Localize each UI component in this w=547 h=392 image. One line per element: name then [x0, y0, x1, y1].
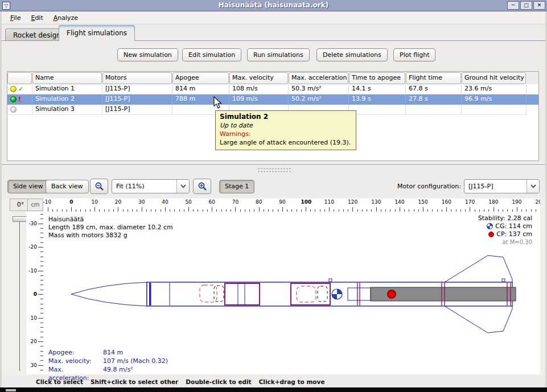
check-icon: ✓ — [18, 85, 23, 93]
chevron-down-icon — [176, 180, 189, 193]
cell-ground-hit-velocity — [462, 105, 527, 115]
cg-value: CG: 114 cm — [495, 222, 532, 230]
zoom-level-select[interactable]: Fit (11%) — [112, 179, 190, 193]
h-ruler-label: 70 — [232, 199, 238, 205]
h-ruler-label: 160 — [442, 199, 451, 205]
v-ruler-label: 0 — [34, 291, 37, 297]
h-ruler-label: 0 — [69, 199, 73, 205]
column-header-max-acceleration[interactable]: Max. acceleration — [289, 72, 348, 84]
column-header-time-to-apogee[interactable]: Time to apogee — [349, 72, 405, 84]
side-view-button[interactable]: Side view — [7, 180, 49, 193]
split-drag-handle[interactable] — [257, 167, 293, 173]
mach-condition: at M=0.30 — [503, 238, 533, 246]
h-ruler-label: 20 — [115, 199, 121, 205]
cell-ground-hit-velocity: 23.6 m/s — [462, 84, 527, 94]
v-ruler-label: -30 — [28, 221, 37, 226]
delete-simulations-button[interactable]: Delete simulations — [316, 48, 388, 61]
column-header-status[interactable] — [7, 72, 32, 84]
cp-value: CP: 137 cm — [496, 230, 532, 238]
horizontal-ruler: -100102030405060708090100110120130140150… — [43, 199, 540, 212]
stability-info: Stability: 2.28 cal CG: 114 cm CP: 137 c… — [398, 214, 532, 246]
h-ruler-label: 170 — [465, 199, 475, 205]
rotation-slider-handle[interactable] — [13, 216, 27, 222]
column-header-name[interactable]: Name — [32, 72, 102, 84]
cell-name: Simulation 1 — [32, 84, 102, 94]
tooltip-status: Up to date — [220, 121, 352, 130]
h-ruler-label: 60 — [209, 199, 215, 205]
cell-max-acceleration: 50.2 m/s² — [289, 94, 349, 105]
maximize-button[interactable]: □ — [520, 1, 532, 10]
menu-edit[interactable]: Edit — [26, 13, 48, 23]
h-ruler-label: 150 — [418, 199, 428, 205]
tab-strip: Rocket design Flight simulations — [2, 24, 545, 41]
v-ruler-label: -20 — [28, 244, 37, 250]
column-header-flight-time[interactable]: Flight time — [406, 72, 461, 84]
chevron-down-icon — [527, 180, 539, 193]
rocket-mass: Mass with motors 3832 g — [48, 232, 173, 240]
cell-motors: [J115-P] — [102, 105, 172, 115]
vertical-ruler: -30-20-100102030 — [26, 212, 43, 374]
cell-time-to-apogee: 14.1 s — [349, 84, 406, 94]
v-ruler-label: -10 — [28, 268, 37, 274]
tab-flight-simulations[interactable]: Flight simulations — [59, 25, 135, 41]
window-resize-grip[interactable] — [6, 389, 16, 391]
v-ruler-label: 20 — [31, 339, 37, 344]
ruler-unit-label: cm — [27, 199, 43, 211]
table-row[interactable]: ✓Simulation 1[J115-P]814 m108 m/s50.3 m/… — [7, 84, 538, 94]
tooltip-warning-text: Large angle of attack encountered (19.3)… — [220, 138, 352, 147]
h-ruler-label: 30 — [138, 199, 145, 205]
h-ruler-label: 10 — [92, 199, 98, 205]
rocket-name: Haisunäätä — [48, 216, 173, 224]
menu-bar: FileEditAnalyze — [2, 11, 545, 24]
h-ruler-label: 200 — [536, 199, 540, 205]
column-header-ground-hit-velocity[interactable]: Ground hit velocity — [462, 72, 526, 84]
cell-flight-time: 27.8 s — [406, 94, 462, 105]
h-ruler-label: 190 — [512, 199, 521, 205]
flight-stats: Apogee:814 mMax. velocity:107 m/s (Mach … — [48, 348, 168, 382]
back-view-button[interactable]: Back view — [46, 180, 89, 193]
column-header-motors[interactable]: Motors — [102, 72, 172, 84]
new-simulation-button[interactable]: New simulation — [117, 48, 178, 61]
rocket-dimensions: Length 189 cm, max. diameter 10.2 cm — [48, 224, 173, 232]
column-header-apogee[interactable]: Apogee — [172, 72, 229, 84]
close-button[interactable]: ✕ — [533, 1, 545, 10]
cell-max-acceleration: 50.3 m/s² — [289, 84, 349, 94]
h-ruler-label: 130 — [371, 199, 381, 205]
column-header-max-velocity[interactable]: Max. velocity — [229, 72, 288, 84]
cell-flight-time — [406, 105, 462, 115]
h-ruler-label: 40 — [162, 199, 168, 205]
v-ruler-label: 10 — [31, 315, 37, 321]
minimize-button[interactable]: ─ — [507, 1, 519, 10]
zoom-in-button[interactable] — [193, 179, 211, 194]
zoom-level-value: Fit (11%) — [112, 183, 176, 190]
h-ruler-label: -10 — [43, 199, 51, 205]
cell-max-velocity: 108 m/s — [229, 84, 289, 94]
menu-file[interactable]: File — [5, 13, 26, 23]
status-cell — [7, 105, 32, 115]
cell-max-velocity: 109 m/s — [229, 94, 289, 105]
menu-analyze[interactable]: Analyze — [48, 13, 83, 23]
cp-icon — [488, 232, 494, 237]
motor-configuration-value: [J115-P] — [464, 183, 527, 190]
flight-stat-row: Apogee:814 m — [48, 348, 168, 357]
table-row[interactable]: !Simulation 2[J115-P]788 m109 m/s50.2 m/… — [7, 94, 538, 105]
simulation-tooltip: Simulation 2 Up to date Warnings: Large … — [215, 110, 356, 150]
window-title: Haisunäätä (haisunaata.ork) — [0, 1, 547, 9]
edit-simulation-button[interactable]: Edit simulation — [182, 48, 241, 61]
run-simulations-button[interactable]: Run simulations — [247, 48, 310, 61]
status-cell: ✓ — [7, 84, 32, 94]
rotation-slider-track[interactable] — [19, 222, 20, 371]
cell-name: Simulation 2 — [32, 94, 102, 105]
plot-flight-button[interactable]: Plot flight — [393, 48, 435, 61]
status-cell: ! — [7, 94, 32, 105]
zoom-out-button[interactable] — [90, 179, 108, 194]
rocket-summary: Haisunäätä Length 189 cm, max. diameter … — [48, 216, 173, 240]
cell-apogee: 814 m — [172, 84, 229, 94]
h-ruler-label: 140 — [394, 199, 404, 205]
stage-1-toggle[interactable]: Stage 1 — [219, 180, 254, 193]
cell-motors: [J115-P] — [102, 94, 172, 105]
title-bar[interactable]: ▽ Haisunäätä (haisunaata.ork) ─ □ ✕ — [0, 0, 547, 11]
v-ruler-label: 30 — [31, 362, 37, 368]
motor-configuration-select[interactable]: [J115-P] — [464, 179, 540, 193]
cell-time-to-apogee: 13.9 s — [349, 94, 406, 105]
